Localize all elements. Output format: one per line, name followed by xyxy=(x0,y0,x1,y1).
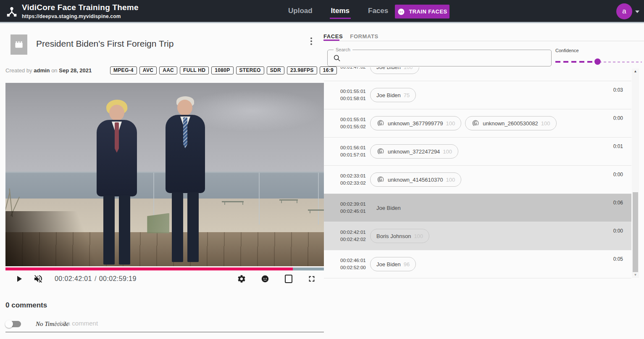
train-faces-label: TRAIN FACES xyxy=(409,8,447,15)
tab-faces[interactable]: FACES xyxy=(323,33,343,40)
panel-tabs: FACESFORMATS xyxy=(323,33,379,40)
video-progress-bar[interactable] xyxy=(5,267,324,270)
face-name: unknown_2600530082 xyxy=(483,120,538,127)
play-button[interactable] xyxy=(12,271,26,287)
face-row-wrap: 00:01:56:0100:01:57:01unknown_3722472941… xyxy=(324,138,631,166)
nav-item-upload[interactable]: Upload xyxy=(288,0,313,22)
scrollbar-down-arrow-icon[interactable]: ▼ xyxy=(632,272,639,278)
row-timecodes: 00:02:42:0100:02:42:02 xyxy=(340,229,366,243)
gear-icon xyxy=(237,274,246,283)
face-chip[interactable]: Joe Biden96 xyxy=(370,257,416,271)
train-faces-button[interactable]: TRAIN FACES xyxy=(395,5,449,19)
avatar-letter: a xyxy=(622,7,626,16)
face-name: unknown_4145610370 xyxy=(388,177,443,183)
face-confidence-score: 100 xyxy=(446,177,455,183)
face-detection-row[interactable]: 00:02:46:0100:02:52:00Joe Biden960:05 xyxy=(324,250,631,278)
face-confidence-score: 100 xyxy=(446,120,455,127)
face-confidence-score: 100 xyxy=(541,120,550,127)
total-duration: 00:02:59:19 xyxy=(99,275,137,282)
nav-item-faces[interactable]: Faces xyxy=(368,0,388,22)
face-chip[interactable]: Boris Johnson100 xyxy=(370,229,429,243)
created-date: Sep 28, 2021 xyxy=(59,67,92,74)
timecode-out: 00:02:45:01 xyxy=(340,208,366,215)
face-chip[interactable]: unknown_3677999779100 xyxy=(370,116,461,130)
face-chip[interactable]: Joe Biden100 xyxy=(370,67,419,74)
face-chips: unknown_3677999779100unknown_26005300821… xyxy=(370,116,557,130)
bench xyxy=(279,199,298,201)
scrollbar-thumb[interactable] xyxy=(633,192,638,272)
shadow-overlay xyxy=(5,211,152,266)
comment-input[interactable] xyxy=(54,320,318,327)
face-detection-row[interactable]: 00:02:42:0100:02:42:02Boris Johnson1000:… xyxy=(324,222,631,250)
tab-divider xyxy=(324,41,644,41)
format-badge: FULL HD xyxy=(180,66,209,74)
user-avatar[interactable]: a xyxy=(616,3,632,19)
fingerprint-icon xyxy=(376,119,385,127)
face-confidence-score: 100 xyxy=(443,148,452,155)
timecode-in: 00:02:39:01 xyxy=(340,201,366,208)
fullscreen-icon xyxy=(307,274,316,283)
item-menu-kebab-icon[interactable] xyxy=(308,37,315,48)
timecode-in: 00:01:55:01 xyxy=(340,116,366,123)
face-row-wrap: 00:01:55:0100:01:58:01Joe Biden750:03 xyxy=(324,81,631,109)
face-chip[interactable]: Joe Biden75 xyxy=(370,88,416,102)
no-timecode-toggle[interactable] xyxy=(6,321,21,327)
video-player-surface[interactable] xyxy=(5,83,324,266)
tab-formats[interactable]: FORMATS xyxy=(350,33,379,40)
faces-overlay-button[interactable] xyxy=(258,271,272,287)
list-scrollbar[interactable]: ▲ ▼ xyxy=(632,69,639,278)
face-confidence-score: 100 xyxy=(414,233,423,239)
format-badge: AVC xyxy=(139,66,157,74)
movie-icon xyxy=(13,39,24,50)
app-header: VidiCore Face Training Theme https://dee… xyxy=(0,0,644,23)
nav-item-items[interactable]: Items xyxy=(331,0,350,22)
confidence-label: Confidence xyxy=(555,48,579,53)
fingerprint-icon xyxy=(376,147,385,156)
page-title: President Biden's First Foreign Trip xyxy=(36,39,173,49)
search-input[interactable] xyxy=(344,52,546,64)
format-badge: SDR xyxy=(267,66,284,74)
scrollbar-track[interactable] xyxy=(632,74,639,272)
face-detection-row[interactable]: 00:02:33:0100:02:33:02unknown_4145610370… xyxy=(324,166,631,193)
comments-heading: 0 comments xyxy=(5,301,47,310)
face-chip[interactable]: unknown_2600530082100 xyxy=(465,116,556,130)
timecode-out: 00:01:55:02 xyxy=(340,123,366,130)
fingerprint-icon xyxy=(376,175,385,184)
slider-track-rest xyxy=(599,61,642,63)
stop-button[interactable] xyxy=(281,271,296,287)
face-chip[interactable]: Joe Biden88 xyxy=(370,201,416,215)
face-name: Joe Biden xyxy=(376,92,401,98)
face-row-wrap: 00:01:47:02Joe Biden100 xyxy=(324,67,631,81)
face-detection-row[interactable]: 00:01:55:0100:01:58:01Joe Biden750:03 xyxy=(324,81,631,109)
rail-post xyxy=(318,172,319,225)
row-timecodes: 00:01:55:0100:01:58:01 xyxy=(340,88,366,102)
face-chips: Joe Biden75 xyxy=(370,88,416,102)
search-icon xyxy=(333,54,341,62)
timecode-in: 00:02:33:01 xyxy=(340,172,366,180)
face-detection-row[interactable]: 00:01:47:02Joe Biden100 xyxy=(324,67,631,81)
face-search-field[interactable]: Search xyxy=(327,50,552,66)
format-badge: MPEG-4 xyxy=(110,66,137,74)
face-icon xyxy=(260,274,270,283)
face-detection-row[interactable]: 00:01:56:0100:01:57:01unknown_3722472941… xyxy=(324,138,631,165)
face-detection-row[interactable]: 00:01:55:0100:01:55:02unknown_3677999779… xyxy=(324,109,631,137)
app-url: https://deepva.staging.myvidispine.com xyxy=(22,13,121,19)
face-row-wrap: 00:02:39:0100:02:45:01Joe Biden880:06 xyxy=(324,194,631,222)
face-chip[interactable]: unknown_372247294100 xyxy=(370,144,458,159)
slider-thumb[interactable] xyxy=(594,58,601,65)
fullscreen-button[interactable] xyxy=(305,271,319,287)
face-chip[interactable]: unknown_4145610370100 xyxy=(370,172,461,187)
row-timecodes: 00:02:33:0100:02:33:02 xyxy=(340,172,366,187)
avatar-dropdown-caret-icon[interactable] xyxy=(635,11,639,13)
settings-button[interactable] xyxy=(234,271,249,287)
format-badge: AAC xyxy=(159,66,177,74)
confidence-slider[interactable] xyxy=(555,58,642,65)
face-icon xyxy=(397,8,405,16)
bench xyxy=(222,201,244,202)
mute-button[interactable] xyxy=(31,271,45,287)
created-by-line: Created by admin on Sep 28, 2021 xyxy=(5,67,92,74)
scrollbar-up-arrow-icon[interactable]: ▲ xyxy=(632,69,639,74)
row-timecodes: 00:01:56:0100:01:57:01 xyxy=(340,144,366,159)
comment-input-underline xyxy=(5,332,324,332)
face-detection-row[interactable]: 00:02:39:0100:02:45:01Joe Biden880:06 xyxy=(324,194,631,222)
